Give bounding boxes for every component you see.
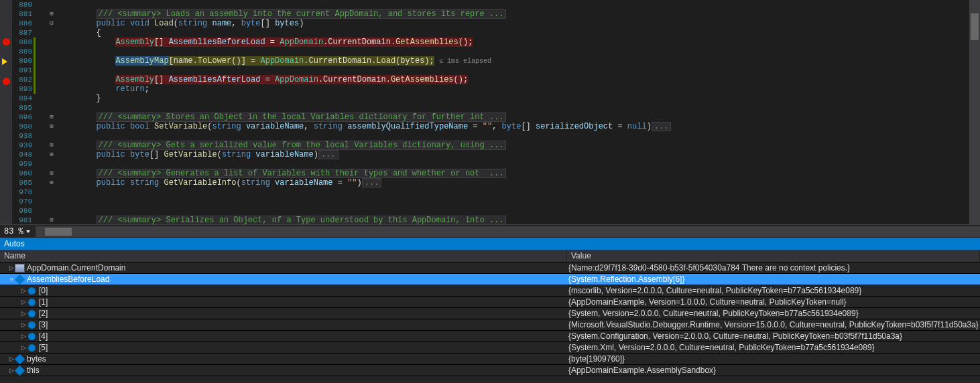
collapsed-body[interactable]: ... xyxy=(362,178,382,187)
line-number-gutter: 8808818868878888898908918928938948958969… xyxy=(12,0,34,224)
autos-row[interactable]: ▷[4]{System.Configuration, Version=2.0.0… xyxy=(0,331,980,342)
variable-value[interactable]: {AppDomainExample, Version=1.0.0.0, Cult… xyxy=(567,297,980,307)
line-number: 895 xyxy=(12,103,32,112)
line-number: 965 xyxy=(12,178,32,187)
fold-toggle[interactable]: ⊞ xyxy=(46,9,58,19)
variable-value[interactable]: {Name:d29f7f18-39d0-4580-b53f-5f054030a7… xyxy=(567,262,980,273)
autos-header-value[interactable]: Value xyxy=(567,250,980,262)
fold-toggle[interactable]: ⊞ xyxy=(46,169,58,178)
obj-icon xyxy=(28,287,36,295)
variable-name: AssembliesBeforeLoad xyxy=(27,274,109,285)
fold-toggle[interactable]: ⊞ xyxy=(46,150,58,159)
breakpoint-gutter[interactable] xyxy=(0,0,12,224)
line-number: 978 xyxy=(12,187,32,197)
expander-icon[interactable]: ▷ xyxy=(20,331,27,342)
collapsed-comment[interactable]: /// <summary> Serializes an Object, of a… xyxy=(97,216,506,225)
autos-row[interactable]: ▷this{AppDomainExample.AssemblySandbox} xyxy=(0,365,980,376)
fold-gutter[interactable]: ⊞⊟⊞⊞⊞⊞⊞⊞⊞ xyxy=(46,0,58,224)
variable-name: [4] xyxy=(39,331,48,342)
autos-header-name[interactable]: Name xyxy=(0,250,567,262)
expander-icon[interactable]: ▷ xyxy=(20,285,27,297)
line-number: 889 xyxy=(12,47,32,56)
variable-name: this xyxy=(27,365,40,376)
breakpoint-icon[interactable] xyxy=(3,78,10,85)
obj-icon xyxy=(28,344,36,352)
obj-icon xyxy=(28,299,36,306)
variable-value[interactable]: {mscorlib, Version=2.0.0.0, Culture=neut… xyxy=(567,285,980,296)
autos-row[interactable]: ▷AppDomain.CurrentDomain{Name:d29f7f18-3… xyxy=(0,262,980,274)
autos-panel-title[interactable]: Autos xyxy=(0,238,980,250)
autos-body[interactable]: ▷AppDomain.CurrentDomain{Name:d29f7f18-3… xyxy=(0,262,980,383)
code-editor[interactable]: 8808818868878888898908918928938948958969… xyxy=(0,0,980,224)
field-icon xyxy=(15,366,25,376)
collapsed-comment[interactable]: /// <summary> Loads an assembly into the… xyxy=(97,9,506,19)
collapsed-comment[interactable]: /// <summary> Stores an Object in the lo… xyxy=(97,112,506,122)
line-number: 939 xyxy=(12,141,32,150)
expander-icon[interactable]: ▷ xyxy=(20,297,27,308)
autos-row[interactable]: ▷[1]{AppDomainExample, Version=1.0.0.0, … xyxy=(0,297,980,308)
autos-row[interactable]: ▷[3]{Microsoft.VisualStudio.Debugger.Run… xyxy=(0,319,980,331)
autos-row[interactable]: ▷[5]{System.Xml, Version=2.0.0.0, Cultur… xyxy=(0,342,980,354)
expander-icon[interactable]: ▷ xyxy=(20,319,27,331)
variable-name: [1] xyxy=(39,297,48,308)
fold-toggle[interactable]: ⊞ xyxy=(46,178,58,187)
variable-name: [0] xyxy=(39,285,48,297)
collapsed-body[interactable]: ... xyxy=(318,150,339,159)
line-number: 960 xyxy=(12,169,32,178)
fold-toggle[interactable]: ⊞ xyxy=(46,122,58,131)
expander-icon[interactable]: ▷ xyxy=(20,342,27,354)
line-number: 890 xyxy=(12,56,32,66)
variable-name: [3] xyxy=(39,319,48,331)
autos-row[interactable]: ▷[2]{System, Version=2.0.0.0, Culture=ne… xyxy=(0,308,980,319)
fold-toggle[interactable]: ⊟ xyxy=(46,19,58,28)
line-number: 886 xyxy=(12,19,32,28)
variable-value[interactable]: {System, Version=2.0.0.0, Culture=neutra… xyxy=(567,308,980,319)
line-number: 908 xyxy=(12,122,32,131)
vertical-scrollbar[interactable] xyxy=(969,0,980,224)
fold-toggle[interactable]: ⊞ xyxy=(46,112,58,122)
variable-value[interactable]: {System.Configuration, Version=2.0.0.0, … xyxy=(567,331,980,341)
change-indicator-gutter xyxy=(34,0,46,224)
line-number: 880 xyxy=(12,0,32,9)
line-number: 938 xyxy=(12,131,32,141)
obj-icon xyxy=(28,333,36,340)
autos-row[interactable]: ▷bytes{byte[1909760]} xyxy=(0,354,980,365)
collapsed-comment[interactable]: /// <summary> Gets a serialized value fr… xyxy=(97,141,506,150)
expander-icon[interactable]: ▷ xyxy=(20,308,27,319)
breakpoint-icon[interactable] xyxy=(3,38,10,46)
collapsed-comment[interactable]: /// <summary> Generates a list of Variab… xyxy=(97,169,506,178)
variable-value[interactable]: {Microsoft.VisualStudio.Debugger.Runtime… xyxy=(567,319,980,330)
variable-value[interactable]: {AppDomainExample.AssemblySandbox} xyxy=(567,365,980,376)
fold-toggle[interactable]: ⊞ xyxy=(46,216,58,225)
line-number: 893 xyxy=(12,84,32,94)
autos-row[interactable]: ▷[0]{mscorlib, Version=2.0.0.0, Culture=… xyxy=(0,285,980,297)
variable-value[interactable]: {byte[1909760]} xyxy=(567,354,980,364)
horizontal-scrollbar[interactable] xyxy=(36,226,980,237)
obj-icon xyxy=(28,310,36,317)
editor-bottom-bar: 83 % xyxy=(0,224,980,238)
line-number: 894 xyxy=(12,94,32,103)
field-icon xyxy=(15,275,25,285)
vertical-scrollbar-thumb[interactable] xyxy=(971,13,979,40)
horizontal-scrollbar-thumb[interactable] xyxy=(45,228,72,236)
fold-toggle[interactable]: ⊞ xyxy=(46,141,58,150)
collapsed-body[interactable]: ... xyxy=(652,122,672,131)
perf-timing: ≤ 1ms elapsed xyxy=(439,58,491,65)
autos-row[interactable]: ▿AssembliesBeforeLoad{System.Reflection.… xyxy=(0,274,980,285)
variable-name: [2] xyxy=(39,308,48,319)
line-number: 979 xyxy=(12,197,32,206)
line-number: 891 xyxy=(12,66,32,75)
variable-value[interactable]: {System.Xml, Version=2.0.0.0, Culture=ne… xyxy=(567,342,980,353)
current-line-arrow-icon xyxy=(2,58,7,65)
line-number: 887 xyxy=(12,28,32,37)
expander-icon[interactable]: ▷ xyxy=(8,262,15,274)
code-area[interactable]: /// <summary> Loads an assembly into the… xyxy=(58,0,980,224)
line-number: 881 xyxy=(12,9,32,19)
zoom-value: 83 % xyxy=(4,227,23,236)
variable-name: [5] xyxy=(39,342,48,354)
variable-name: bytes xyxy=(27,354,46,365)
line-number: 981 xyxy=(12,216,32,225)
chevron-down-icon xyxy=(26,230,30,233)
line-number: 896 xyxy=(12,112,32,122)
variable-value[interactable]: {System.Reflection.Assembly[6]} xyxy=(567,274,980,285)
